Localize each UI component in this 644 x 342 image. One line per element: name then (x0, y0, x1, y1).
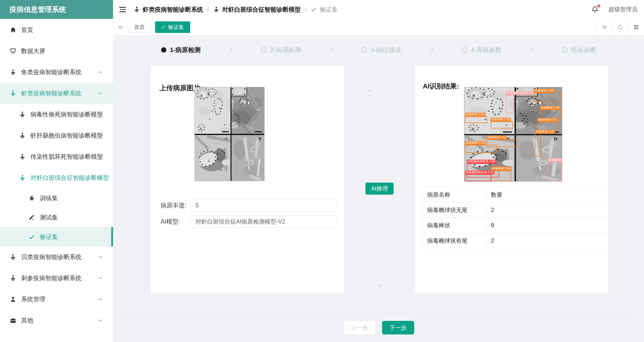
step-dot (261, 47, 267, 53)
sidebar: 疫病信息管理系统 首页数据大屏鱼类疫病智能诊断系统虾类疫病智能诊断系统病毒性偷死… (0, 0, 113, 342)
sidebar-item-7[interactable]: 对虾白斑综合征智能诊断模型 (0, 167, 113, 188)
prev-step-button[interactable]: 上一步 (343, 321, 375, 334)
step-4[interactable]: 4-养殖参数 (462, 46, 501, 54)
sidebar-item-5[interactable]: 虾肝肠胞虫病智能诊断模型 (0, 125, 113, 146)
step-3[interactable]: 3-病症描述 (362, 46, 401, 54)
breadcrumb-separator: / (207, 6, 209, 13)
breadcrumb-item-1[interactable]: 对虾白斑综合征智能诊断模型 (213, 6, 301, 14)
chevron-down-icon (97, 111, 103, 117)
footer: 上一步 下一步 (113, 321, 644, 334)
table-cell: 9 (486, 218, 609, 233)
sidebar-item-14[interactable]: 其他 (0, 310, 113, 331)
breadcrumb: 虾类疫病智能诊断系统/对虾白斑综合征智能诊断模型/验证集 (133, 6, 338, 14)
notification-badge (597, 4, 600, 8)
sidebar-item-label: 首页 (21, 26, 33, 34)
top-bar: 虾类疫病智能诊断系统/对虾白斑综合征智能诊断模型/验证集 超级管理员 (113, 0, 644, 19)
step-2[interactable]: 2-病理检测 (261, 46, 301, 54)
table-row: 病毒椭球状有尾2 (423, 233, 609, 248)
sidebar-item-label: 训练集 (40, 194, 58, 202)
sidebar-item-2[interactable]: 鱼类疫病智能诊断系统 (0, 62, 113, 83)
speck-dot (380, 285, 381, 286)
chevron-down-icon (97, 69, 103, 75)
detection-box (534, 93, 561, 102)
detection-box (465, 116, 487, 123)
svg-text:ii: ii (200, 127, 202, 131)
sidebar-item-12[interactable]: 刺参疫病智能诊断系统 (0, 268, 113, 289)
abundance-input[interactable] (190, 199, 336, 212)
middle-column: AI推理 (345, 65, 414, 195)
sidebar-item-label: 病毒性偷死病智能诊断模型 (30, 110, 103, 118)
footer-divider (121, 314, 636, 314)
briefcase-icon (10, 317, 17, 324)
main-area: 虾类疫病智能诊断系统/对虾白斑综合征智能诊断模型/验证集 超级管理员 首页✓验证… (113, 0, 644, 342)
layout-grid-icon[interactable] (628, 19, 644, 35)
table-header-cell: 病原名称 (423, 187, 486, 202)
tab-bar: 首页✓验证集 (113, 19, 644, 35)
app-title: 疫病信息管理系统 (0, 0, 113, 19)
breadcrumb-item-2[interactable]: 验证集 (310, 6, 338, 14)
sidebar-item-3[interactable]: 虾类疫病智能诊断系统 (0, 83, 113, 104)
table-header-row: 病原名称数量 (423, 187, 609, 202)
sidebar-item-13[interactable]: 系统管理 (0, 289, 113, 310)
detection-box (465, 145, 497, 153)
breadcrumb-item-0[interactable]: 虾类疫病智能诊断系统 (133, 6, 203, 14)
chevron-down-icon (97, 275, 103, 281)
detection-box (540, 110, 562, 118)
detection-label: 病毒棒状 0.90 (465, 113, 485, 116)
step-5[interactable]: 综合诊断 (562, 46, 596, 54)
detection-label: 病毒棒状 0.84 (491, 167, 511, 170)
check-icon (310, 6, 317, 13)
detection-label: 病毒椭球状有尾 0.90 (467, 160, 496, 163)
step-dot (462, 47, 467, 53)
refresh-icon[interactable] (612, 19, 628, 35)
step-label: 综合诊断 (571, 46, 596, 54)
step-1[interactable]: 1-病原检测 (161, 46, 201, 54)
check-icon: ✓ (161, 24, 166, 30)
sidebar-item-11[interactable]: 贝类疫病智能诊断系统 (0, 246, 113, 268)
chevron-down-icon (325, 219, 331, 225)
diagnosis-icon (10, 90, 17, 97)
next-step-button[interactable]: 下一步 (382, 321, 414, 334)
speck-dot (369, 90, 371, 91)
table-row: 病毒椭球状无尾2 (423, 202, 609, 218)
sidebar-item-1[interactable]: 数据大屏 (0, 40, 113, 62)
step-label: 1-病原检测 (170, 46, 201, 54)
svg-text:ii: ii (242, 102, 244, 105)
diagnosis-icon (19, 174, 26, 181)
sidebar-item-6[interactable]: 传染性肌坏死智能诊断模型 (0, 146, 113, 167)
sidebar-item-9[interactable]: 测试集 (0, 208, 113, 227)
sidebar-item-label: 贝类疫病智能诊断系统 (21, 253, 82, 261)
svg-text:i: i (499, 107, 500, 110)
table-cell: 2 (486, 202, 609, 218)
model-select-value: 对虾白斑综合征AI病原检测模型-V2 (196, 218, 285, 226)
abundance-label: 病原丰度: (161, 199, 186, 212)
sidebar-item-label: 鱼类疫病智能诊断系统 (21, 68, 82, 76)
result-card: AI识别结果: (414, 65, 609, 294)
table-cell: 病毒椭球状无尾 (423, 202, 486, 218)
svg-text:D: D (554, 137, 557, 141)
android-icon (28, 195, 35, 202)
ai-infer-button[interactable]: AI推理 (365, 183, 394, 195)
sidebar-item-4[interactable]: 病毒性偷死病智能诊断模型 (0, 104, 113, 125)
svg-text:C: C (225, 137, 228, 141)
table-row: 病毒棒状9 (423, 218, 609, 233)
step-label: 3-病症描述 (370, 46, 401, 54)
chevron-up-icon (97, 90, 103, 96)
sidebar-item-8[interactable]: 训练集 (0, 188, 113, 208)
menu-fold-icon[interactable] (118, 5, 127, 14)
tabs-scroll-left-icon[interactable] (113, 19, 128, 35)
model-select[interactable]: 对虾白斑综合征AI病原检测模型-V2 (190, 215, 336, 228)
diagnosis-icon (19, 153, 26, 160)
svg-text:ii: ii (473, 94, 475, 97)
tabs-scroll-right-icon[interactable] (596, 19, 612, 35)
notification-bell-icon[interactable] (591, 6, 599, 14)
sidebar-item-10[interactable]: 验证集 (0, 227, 113, 246)
step-dot (362, 47, 367, 53)
tab-1[interactable]: ✓验证集 (155, 21, 190, 33)
sidebar-item-label: 刺参疫病智能诊断系统 (21, 274, 82, 282)
check-icon (28, 233, 35, 240)
step-arrow-icon (528, 46, 536, 54)
table-cell: 病毒椭球状有尾 (423, 233, 486, 248)
sidebar-item-0[interactable]: 首页 (0, 19, 113, 40)
tab-0[interactable]: 首页 (128, 21, 151, 33)
